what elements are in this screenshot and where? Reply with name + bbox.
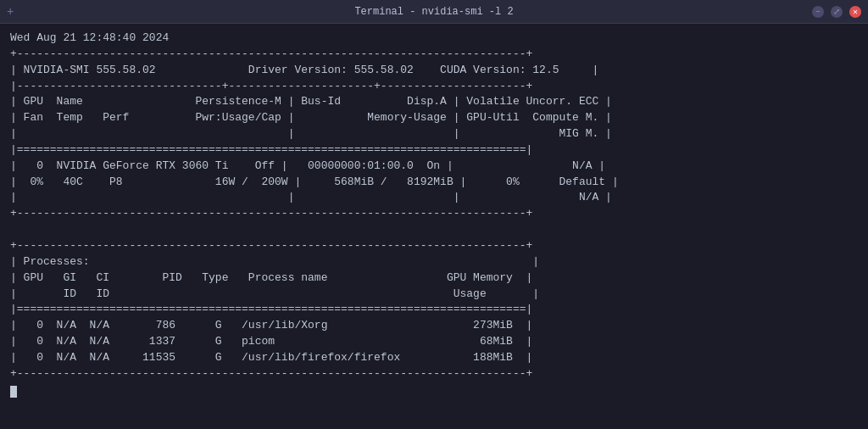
nvidia-smi-output: +---------------------------------------… bbox=[10, 47, 858, 382]
new-tab-button[interactable]: + bbox=[7, 5, 14, 19]
datetime-line: Wed Aug 21 12:48:40 2024 bbox=[10, 31, 858, 47]
restore-button[interactable]: ⤢ bbox=[831, 6, 843, 18]
minimize-button[interactable]: – bbox=[812, 6, 824, 18]
close-button[interactable]: ✕ bbox=[849, 6, 861, 18]
terminal-cursor bbox=[10, 386, 17, 398]
window-controls: – ⤢ ✕ bbox=[812, 6, 861, 18]
terminal-body[interactable]: Wed Aug 21 12:48:40 2024 +--------------… bbox=[0, 24, 868, 429]
window-title: Terminal - nvidia-smi -l 2 bbox=[354, 6, 513, 18]
titlebar: + Terminal - nvidia-smi -l 2 – ⤢ ✕ bbox=[0, 0, 868, 24]
